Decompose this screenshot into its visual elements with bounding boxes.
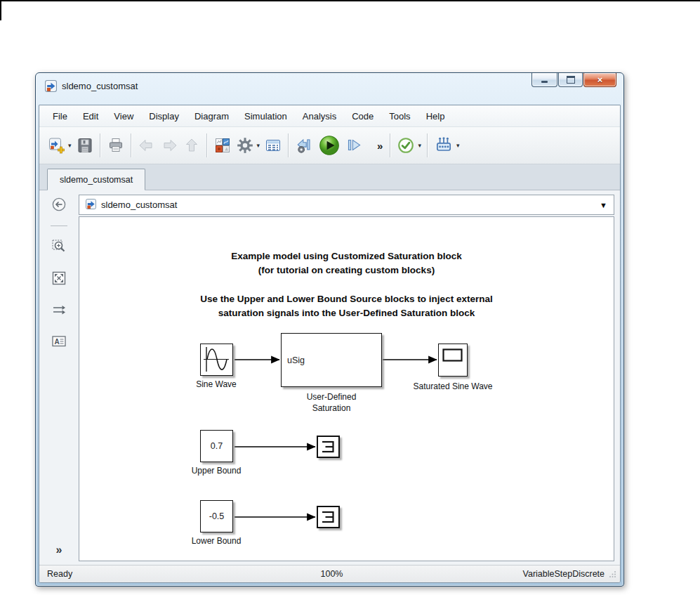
signal-routing-button[interactable]: [51, 301, 67, 321]
forward-button[interactable]: [158, 135, 180, 156]
menu-code[interactable]: Code: [344, 111, 381, 122]
close-button[interactable]: ×: [583, 73, 616, 87]
block-sine-wave[interactable]: [200, 344, 233, 376]
step-forward-button[interactable]: [342, 134, 366, 157]
menu-edit[interactable]: Edit: [75, 111, 106, 122]
goto-tag-icon: [318, 437, 338, 457]
resize-grip-icon[interactable]: [609, 570, 616, 577]
page-border-top: [0, 0, 700, 1]
statusbar: Ready 100% VariableStepDiscrete: [39, 565, 620, 582]
titlebar[interactable]: sldemo_customsat ×: [36, 73, 623, 105]
block-saturated-sine-wave-scope[interactable]: [438, 344, 468, 377]
status-text: Ready: [47, 569, 321, 579]
print-button[interactable]: [105, 135, 127, 156]
new-model-button[interactable]: [45, 135, 67, 156]
breadcrumb-model-name: sldemo_customsat: [101, 200, 177, 210]
menu-analysis[interactable]: Analysis: [295, 111, 344, 122]
menu-tools[interactable]: Tools: [381, 111, 418, 122]
window-client-area: File Edit View Display Diagram Simulatio…: [39, 105, 621, 583]
run-button[interactable]: [317, 133, 342, 157]
annotation-button[interactable]: A: [51, 333, 67, 353]
save-button[interactable]: [74, 135, 96, 156]
simulation-pacing-button[interactable]: [432, 134, 456, 157]
library-browser-button[interactable]: [211, 135, 234, 156]
more-tools-button[interactable]: »: [377, 140, 382, 152]
minimize-button[interactable]: [531, 73, 557, 87]
back-button[interactable]: [136, 135, 158, 156]
explorer-bar[interactable]: sldemo_customsat ▼: [79, 195, 614, 215]
fit-to-view-button[interactable]: [51, 270, 67, 289]
maximize-icon: [567, 76, 575, 84]
new-model-dropdown[interactable]: ▾: [68, 142, 72, 149]
save-icon: [76, 136, 94, 155]
tab-sldemo-customsat[interactable]: sldemo_customsat: [47, 169, 145, 190]
library-browser-icon: [213, 136, 232, 155]
gear-icon: [236, 136, 254, 155]
step-back-button[interactable]: [293, 134, 317, 157]
main-panel: sldemo_customsat ▼ Example model usi: [79, 190, 620, 565]
port-label-usig: uSig: [287, 355, 305, 365]
zoom-level: 100%: [321, 569, 343, 579]
signal-arrows-icon: [51, 301, 67, 318]
fit-to-view-icon: [51, 270, 67, 287]
sidebar-separator: [51, 225, 67, 226]
block-user-defined-saturation[interactable]: uSig: [281, 333, 382, 387]
block-lower-bound-constant[interactable]: -0.5: [200, 500, 233, 532]
step-back-icon: [295, 136, 315, 155]
model-settings-button[interactable]: [234, 135, 256, 156]
menu-simulation[interactable]: Simulation: [237, 111, 295, 122]
model-configuration-button[interactable]: [262, 135, 284, 156]
maximize-button[interactable]: [558, 73, 583, 87]
menu-diagram[interactable]: Diagram: [187, 111, 237, 122]
annotation-subtitle-line1: Use the Upper and Lower Bound Source blo…: [79, 292, 614, 306]
diagram-canvas[interactable]: Example model using Customized Saturatio…: [79, 216, 614, 561]
menu-file[interactable]: File: [45, 111, 75, 122]
update-diagram-dropdown[interactable]: ▾: [418, 142, 421, 149]
toolbar-separator: [131, 133, 132, 157]
block-label-saturation-line2: Saturation: [312, 403, 351, 413]
tab-label: sldemo_customsat: [60, 175, 133, 185]
toolbar-separator: [100, 133, 101, 157]
model-settings-dropdown[interactable]: ▾: [257, 142, 260, 149]
breadcrumb-model-icon: [86, 199, 96, 211]
new-model-icon: [47, 136, 65, 155]
simulation-pacing-dropdown[interactable]: ▾: [456, 142, 460, 149]
step-forward-icon: [344, 136, 364, 155]
zoom-icon: [51, 238, 67, 255]
toolbar: ▾ ▾: [39, 127, 620, 164]
close-icon: ×: [597, 75, 603, 84]
expand-palette-button[interactable]: »: [56, 544, 62, 556]
block-goto-lower[interactable]: [317, 506, 340, 528]
simulink-model-icon: [45, 80, 57, 95]
check-circle-icon: [397, 136, 415, 155]
tab-strip: sldemo_customsat: [39, 164, 620, 190]
toolbar-separator: [206, 133, 208, 157]
hide-explorer-bar-button[interactable]: [51, 197, 67, 215]
lower-bound-value: -0.5: [209, 511, 225, 521]
block-label-upper-bound: Upper Bound: [192, 466, 242, 476]
window-controls: ×: [531, 73, 616, 87]
menu-view[interactable]: View: [106, 111, 141, 122]
update-diagram-button[interactable]: [395, 135, 417, 156]
content-area: A » sldemo_customsat ▼: [39, 190, 620, 565]
scope-icon: [439, 344, 466, 375]
menu-help[interactable]: Help: [418, 111, 453, 122]
annotation-title-line2: (for tutorial on creating custom blocks): [79, 263, 614, 277]
configuration-table-icon: [264, 136, 282, 155]
up-to-parent-button[interactable]: [180, 135, 203, 156]
back-circle-icon: [51, 197, 67, 212]
toolbar-separator: [390, 133, 391, 157]
block-label-saturation-line1: User-Defined: [307, 392, 357, 402]
back-icon: [138, 136, 156, 155]
zoom-button[interactable]: [51, 238, 67, 258]
annotation-icon: A: [51, 333, 67, 350]
breadcrumb-dropdown[interactable]: ▼: [600, 201, 607, 209]
toolbar-separator: [427, 133, 428, 157]
palette-sidebar: A »: [39, 190, 79, 565]
block-upper-bound-constant[interactable]: 0.7: [200, 430, 233, 462]
menu-display[interactable]: Display: [141, 111, 187, 122]
block-goto-upper[interactable]: [317, 436, 340, 458]
sine-wave-icon: [201, 344, 232, 374]
print-icon: [107, 136, 125, 155]
upper-bound-value: 0.7: [211, 441, 223, 451]
